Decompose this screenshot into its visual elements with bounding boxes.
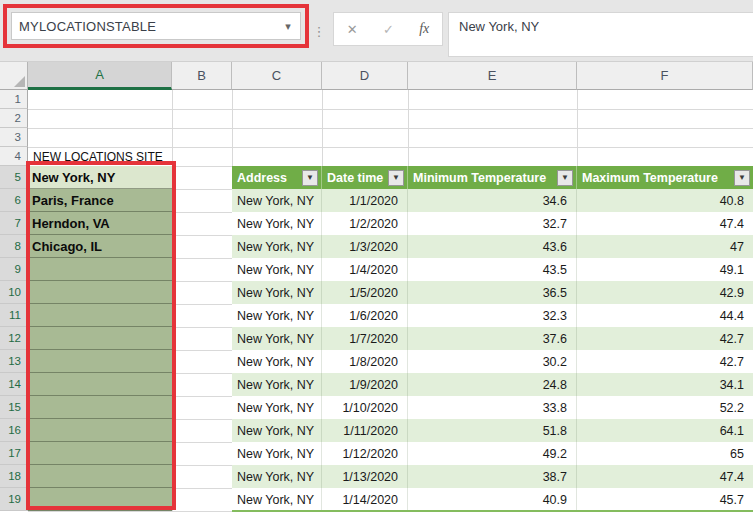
column-header-a[interactable]: A (28, 62, 172, 90)
table-cell[interactable]: 64.1 (577, 419, 753, 442)
row-header-7[interactable]: 7 (0, 212, 28, 235)
cancel-icon[interactable]: ✕ (347, 22, 358, 37)
selected-cell-a10[interactable] (28, 281, 172, 304)
select-all-corner[interactable] (0, 62, 28, 90)
column-header-b[interactable]: B (172, 62, 232, 90)
filter-dropdown-icon[interactable]: ▼ (557, 170, 573, 186)
table-header-minimum-temperature[interactable]: Minimum Temperature▼ (408, 166, 577, 189)
table-cell[interactable]: 52.2 (577, 396, 753, 419)
table-cell[interactable]: New York, NY (232, 281, 322, 304)
filter-dropdown-icon[interactable]: ▼ (302, 170, 318, 186)
row-header-6[interactable]: 6 (0, 189, 28, 212)
table-cell[interactable]: New York, NY (232, 419, 322, 442)
selected-cell-a17[interactable] (28, 442, 172, 465)
name-box[interactable]: MYLOCATIONSTABLE ▾ (11, 12, 301, 40)
table-cell[interactable]: 47.4 (577, 465, 753, 488)
row-header-1[interactable]: 1 (0, 90, 28, 109)
selected-cell-a5[interactable]: New York, NY (28, 166, 172, 189)
table-cell[interactable]: 42.9 (577, 281, 753, 304)
table-cell[interactable]: 40.8 (577, 189, 753, 212)
table-header-date-time[interactable]: Date time▼ (322, 166, 408, 189)
column-header-f[interactable]: F (577, 62, 753, 90)
formula-bar-input[interactable]: New York, NY (448, 12, 753, 57)
table-cell[interactable]: 32.7 (408, 212, 577, 235)
row-header-2[interactable]: 2 (0, 109, 28, 128)
table-cell[interactable]: 49.1 (577, 258, 753, 281)
selected-cell-a15[interactable] (28, 396, 172, 419)
table-cell[interactable]: 47.4 (577, 212, 753, 235)
selected-cell-a7[interactable]: Herndon, VA (28, 212, 172, 235)
table-cell[interactable]: 43.6 (408, 235, 577, 258)
selected-cell-a16[interactable] (28, 419, 172, 442)
table-cell[interactable]: 1/4/2020 (322, 258, 408, 281)
row-header-3[interactable]: 3 (0, 128, 28, 147)
table-cell[interactable]: New York, NY (232, 373, 322, 396)
table-cell[interactable]: 1/2/2020 (322, 212, 408, 235)
table-cell[interactable]: 24.8 (408, 373, 577, 396)
table-cell[interactable]: New York, NY (232, 396, 322, 419)
table-cell[interactable]: 42.7 (577, 350, 753, 373)
filter-dropdown-icon[interactable]: ▼ (734, 170, 750, 186)
table-header-address[interactable]: Address▼ (232, 166, 322, 189)
table-cell[interactable]: New York, NY (232, 212, 322, 235)
name-box-dropdown-icon[interactable]: ▾ (276, 20, 300, 33)
row-header-19[interactable]: 19 (0, 488, 28, 511)
table-cell[interactable]: 1/12/2020 (322, 442, 408, 465)
selected-cell-a8[interactable]: Chicago, IL (28, 235, 172, 258)
row-header-11[interactable]: 11 (0, 304, 28, 327)
table-cell[interactable]: 1/13/2020 (322, 465, 408, 488)
table-cell[interactable]: 30.2 (408, 350, 577, 373)
table-header-maximum-temperature[interactable]: Maximum Temperature▼ (577, 166, 753, 189)
filter-dropdown-icon[interactable]: ▼ (388, 170, 404, 186)
row-header-16[interactable]: 16 (0, 419, 28, 442)
insert-function-icon[interactable]: fx (419, 21, 429, 37)
table-cell[interactable]: 47 (577, 235, 753, 258)
table-cell[interactable]: 51.8 (408, 419, 577, 442)
table-cell[interactable]: New York, NY (232, 304, 322, 327)
table-cell[interactable]: 1/3/2020 (322, 235, 408, 258)
selected-cell-a13[interactable] (28, 350, 172, 373)
table-cell[interactable]: 44.4 (577, 304, 753, 327)
table-cell[interactable]: 34.1 (577, 373, 753, 396)
table-cell[interactable]: 49.2 (408, 442, 577, 465)
row-header-15[interactable]: 15 (0, 396, 28, 419)
table-cell[interactable]: New York, NY (232, 442, 322, 465)
selected-cell-a6[interactable]: Paris, France (28, 189, 172, 212)
selected-cell-a12[interactable] (28, 327, 172, 350)
table-cell[interactable]: 1/8/2020 (322, 350, 408, 373)
column-header-c[interactable]: C (232, 62, 322, 90)
table-cell[interactable]: 1/11/2020 (322, 419, 408, 442)
row-header-9[interactable]: 9 (0, 258, 28, 281)
table-cell[interactable]: 40.9 (408, 488, 577, 511)
row-header-4[interactable]: 4 (0, 147, 28, 166)
table-cell[interactable]: New York, NY (232, 327, 322, 350)
table-cell[interactable]: 1/10/2020 (322, 396, 408, 419)
name-box-value[interactable]: MYLOCATIONSTABLE (12, 19, 276, 34)
row-header-8[interactable]: 8 (0, 235, 28, 258)
selected-cell-a9[interactable] (28, 258, 172, 281)
table-cell[interactable]: 38.7 (408, 465, 577, 488)
table-cell[interactable]: 1/6/2020 (322, 304, 408, 327)
table-cell[interactable]: 1/7/2020 (322, 327, 408, 350)
row-header-5[interactable]: 5 (0, 166, 28, 189)
row-header-17[interactable]: 17 (0, 442, 28, 465)
table-cell[interactable]: New York, NY (232, 235, 322, 258)
table-cell[interactable]: 43.5 (408, 258, 577, 281)
column-header-d[interactable]: D (322, 62, 408, 90)
selected-cell-a18[interactable] (28, 465, 172, 488)
selected-cell-a14[interactable] (28, 373, 172, 396)
column-header-e[interactable]: E (408, 62, 577, 90)
table-cell[interactable]: 1/9/2020 (322, 373, 408, 396)
row-header-14[interactable]: 14 (0, 373, 28, 396)
table-cell[interactable]: New York, NY (232, 258, 322, 281)
table-cell[interactable]: 65 (577, 442, 753, 465)
row-header-12[interactable]: 12 (0, 327, 28, 350)
table-cell[interactable]: 37.6 (408, 327, 577, 350)
table-cell[interactable]: 45.7 (577, 488, 753, 511)
row-header-13[interactable]: 13 (0, 350, 28, 373)
table-cell[interactable]: New York, NY (232, 350, 322, 373)
row-header-18[interactable]: 18 (0, 465, 28, 488)
table-cell[interactable]: 1/14/2020 (322, 488, 408, 511)
cell-a4[interactable]: NEW LOCATIONS SITE (29, 147, 249, 166)
selected-cell-a11[interactable] (28, 304, 172, 327)
